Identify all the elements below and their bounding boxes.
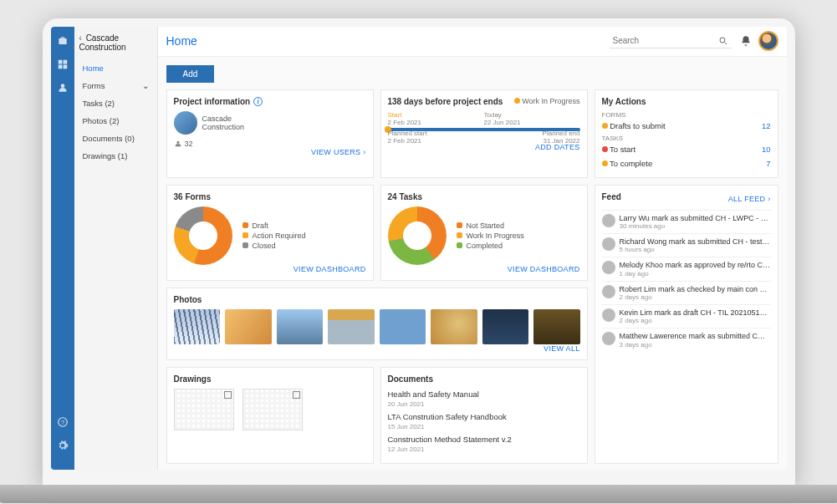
avatar — [602, 261, 615, 274]
feed-time: 2 days ago — [620, 293, 771, 301]
drawings-title: Drawings — [174, 374, 366, 384]
feed-item[interactable]: Robert Lim mark as checked by main con C… — [602, 281, 771, 304]
action-to-complete[interactable]: To complete7 — [602, 156, 771, 171]
avatar — [602, 214, 615, 227]
document-item[interactable]: Construction Method Statement v.2 — [388, 434, 580, 445]
my-actions-card: My Actions FORMS Drafts to submit12 TASK… — [595, 89, 778, 178]
tasks-card: 24 Tasks Not Started Work In Progress Co… — [380, 185, 588, 281]
checkbox-icon[interactable] — [224, 391, 232, 399]
forms-title: 36 Forms — [174, 192, 366, 201]
feed-item[interactable]: Melody Khoo mark as approved by re/rto C… — [602, 257, 771, 280]
view-users-link[interactable]: VIEW USERS › — [174, 148, 366, 156]
photo-thumb[interactable] — [225, 309, 272, 344]
photo-thumb[interactable] — [380, 309, 426, 344]
drawing-thumb[interactable] — [242, 389, 303, 430]
feed-item[interactable]: Larry Wu mark as submitted CH - LWPC - 2… — [602, 210, 771, 233]
avatar — [602, 237, 615, 251]
checkbox-icon[interactable] — [293, 391, 300, 399]
photo-thumb[interactable] — [277, 309, 324, 344]
nav-documents[interactable]: Documents (0) — [79, 130, 152, 147]
feed-filter[interactable]: ALL FEED › — [728, 195, 771, 203]
grid-icon[interactable] — [57, 59, 69, 70]
project-company-label: Cascade Construction — [202, 115, 253, 131]
chevron-down-icon: ⌄ — [142, 81, 149, 90]
tasks-view-dashboard[interactable]: VIEW DASHBOARD — [388, 265, 580, 273]
feed-item[interactable]: Matthew Lawerence mark as submitted CH -… — [602, 328, 771, 351]
action-drafts[interactable]: Drafts to submit12 — [602, 119, 771, 133]
add-button[interactable]: Add — [166, 65, 215, 83]
project-nav: ‹ Cascade Construction Home Forms⌄ Tasks… — [74, 27, 158, 470]
feed-time: 3 days ago — [620, 341, 771, 349]
photo-thumb[interactable] — [431, 309, 477, 344]
photos-card: Photos VIEW ALL — [166, 288, 588, 360]
svg-text:?: ? — [60, 418, 64, 425]
photo-thumb[interactable] — [482, 309, 529, 344]
chevron-left-icon: ‹ — [79, 33, 82, 43]
timeline-title: 138 days before project ends — [388, 97, 503, 106]
gear-icon[interactable] — [57, 440, 69, 451]
help-icon[interactable]: ? — [57, 416, 69, 428]
document-item[interactable]: Health and Safety Manual — [388, 389, 580, 400]
feed-text: Robert Lim mark as checked by main con C… — [620, 285, 771, 293]
feed-text: Richard Wong mark as submitted CH - test… — [620, 237, 771, 246]
info-icon[interactable]: i — [253, 97, 263, 106]
feed-text: Melody Khoo mark as approved by re/rto C… — [620, 261, 771, 269]
avatar — [602, 308, 615, 322]
search-box[interactable] — [610, 34, 732, 48]
svg-point-2 — [720, 38, 725, 43]
feed-text: Kevin Lim mark as draft CH - TIL 2021051… — [620, 308, 771, 317]
forms-donut-chart — [174, 206, 232, 265]
briefcase-icon[interactable] — [57, 35, 69, 47]
feed-item[interactable]: Richard Wong mark as submitted CH - test… — [602, 233, 771, 257]
project-info-title: Project information — [174, 97, 251, 106]
feed-item[interactable]: Kevin Lim mark as draft CH - TIL 2021051… — [602, 304, 771, 328]
timeline-card: 138 days before project ends Work In Pro… — [380, 89, 588, 178]
search-icon — [718, 36, 728, 46]
back-to-project[interactable]: ‹ Cascade Construction — [79, 33, 152, 53]
nav-drawings[interactable]: Drawings (1) — [79, 147, 152, 165]
documents-title: Documents — [388, 374, 580, 384]
forms-card: 36 Forms Draft Action Required Closed VI… — [166, 185, 374, 281]
document-date: 20 Jun 2021 — [388, 400, 580, 409]
user-count: 32 — [185, 140, 193, 148]
bell-icon[interactable] — [740, 35, 752, 47]
feed-text: Larry Wu mark as submitted CH - LWPC - 2… — [620, 214, 771, 222]
document-date: 12 Jun 2021 — [388, 445, 580, 454]
documents-card: Documents Health and Safety Manual20 Jun… — [380, 367, 588, 464]
people-icon[interactable] — [57, 82, 69, 94]
feed-time: 30 minutes ago — [620, 222, 771, 230]
drawing-thumb[interactable] — [174, 389, 234, 430]
tasks-title: 24 Tasks — [388, 192, 580, 201]
topbar: Home — [158, 27, 787, 57]
feed-card: Feed ALL FEED › Larry Wu mark as submitt… — [595, 185, 778, 464]
user-avatar[interactable] — [758, 31, 778, 51]
photo-thumb[interactable] — [328, 309, 375, 344]
drawings-card: Drawings — [166, 367, 374, 464]
nav-photos[interactable]: Photos (2) — [79, 112, 152, 130]
photos-view-all[interactable]: VIEW ALL — [174, 344, 580, 353]
project-info-card: Project information i Cascade Constructi… — [166, 89, 374, 178]
feed-text: Matthew Lawerence mark as submitted CH -… — [620, 332, 771, 340]
photo-thumb[interactable] — [533, 309, 580, 344]
search-input[interactable] — [613, 36, 713, 45]
forms-legend: Draft Action Required Closed — [242, 221, 306, 251]
tasks-legend: Not Started Work In Progress Completed — [457, 221, 524, 251]
nav-forms[interactable]: Forms⌄ — [79, 77, 152, 94]
timeline-status: Work In Progress — [514, 97, 580, 111]
nav-home[interactable]: Home — [79, 59, 152, 77]
forms-view-dashboard[interactable]: VIEW DASHBOARD — [174, 265, 366, 273]
page-title: Home — [166, 34, 610, 48]
users-icon — [174, 140, 182, 148]
document-date: 15 Jun 2021 — [388, 422, 580, 431]
my-actions-title: My Actions — [602, 97, 771, 106]
tasks-donut-chart — [388, 206, 447, 265]
photos-title: Photos — [174, 295, 580, 304]
document-item[interactable]: LTA Constrution Safety Handbook — [388, 411, 580, 422]
project-name-label: Cascade Construction — [79, 33, 126, 53]
photo-thumb[interactable] — [174, 309, 221, 344]
nav-tasks[interactable]: Tasks (2) — [79, 94, 152, 112]
project-logo — [174, 111, 197, 135]
feed-time: 2 days ago — [620, 317, 771, 324]
action-to-start[interactable]: To start10 — [602, 142, 771, 156]
feed-title: Feed — [602, 192, 621, 201]
